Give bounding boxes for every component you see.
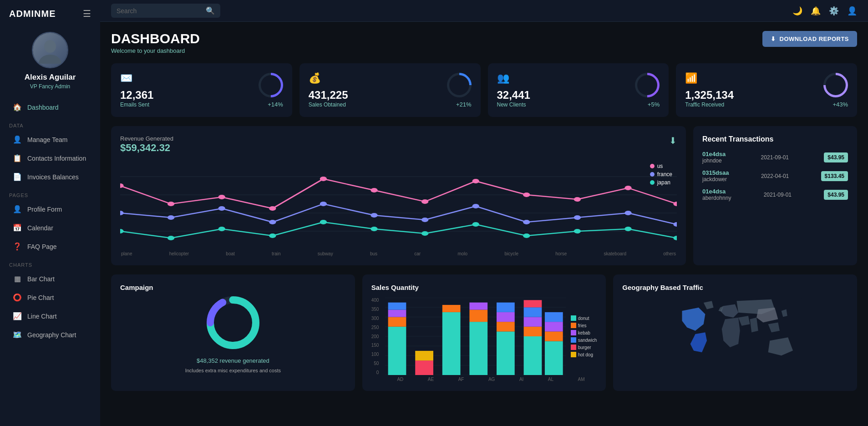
- stat-card-traffic: 📶 1,325,134 Traffic Received +43%: [676, 63, 857, 117]
- svg-point-28: [624, 211, 631, 215]
- line-chart-area: us france japan: [120, 158, 677, 249]
- search-bar[interactable]: 🔍: [111, 4, 220, 18]
- svg-point-0: [44, 40, 56, 53]
- bar-chart-container: [385, 298, 566, 375]
- y-axis: 400 350 300 250 200 150 100 50 0: [371, 298, 381, 375]
- campaign-note: Includes extra misc expenditures and cos…: [185, 368, 281, 373]
- dark-mode-icon[interactable]: 🌙: [792, 6, 802, 16]
- stat-card-emails: ✉️ 12,361 Emails Sent +14%: [111, 63, 292, 117]
- legend-dot-us: [650, 164, 655, 168]
- svg-rect-73: [524, 300, 542, 307]
- sidebar-item-label: Profile Form: [27, 206, 62, 213]
- tx-id: 01e4dsa: [702, 151, 726, 157]
- svg-rect-57: [388, 303, 406, 310]
- campaign-donut: [206, 295, 260, 350]
- tx-user: aberdohnny: [702, 195, 731, 201]
- legend-dot-japan: [650, 180, 655, 185]
- sidebar-item-label: Bar Chart: [27, 275, 55, 283]
- sidebar-item-dashboard[interactable]: 🏠 Dashboard: [4, 98, 96, 116]
- svg-rect-58: [416, 360, 434, 375]
- revenue-card: Revenue Generated $59,342.32 ⬇: [111, 126, 686, 265]
- revenue-line-chart-svg: [120, 158, 677, 249]
- sidebar-item-calendar[interactable]: 📅 Calendar: [4, 219, 96, 237]
- geography-title: Geography Based Traffic: [622, 284, 848, 291]
- svg-rect-54: [388, 327, 406, 375]
- svg-point-38: [523, 233, 530, 238]
- stat-value: 1,325,134: [685, 89, 734, 101]
- svg-rect-66: [497, 322, 515, 331]
- download-reports-button[interactable]: ⬇ DOWNLOAD REPORTS: [762, 31, 857, 47]
- topbar-icons: 🌙 🔔 ⚙️ 👤: [792, 6, 857, 16]
- sales-quantity-title: Sales Quantity: [371, 284, 597, 291]
- sidebar-item-line-chart[interactable]: 📈 Line Chart: [4, 307, 96, 325]
- sidebar-item-faq[interactable]: ❓ FAQ Page: [4, 238, 96, 255]
- transaction-item: 01e4dsa johndoe 2021-09-01 $43.95: [702, 151, 848, 164]
- svg-point-14: [523, 193, 530, 197]
- svg-point-30: [120, 229, 124, 233]
- tx-amount: $43.95: [824, 190, 848, 200]
- tx-amount: $133.45: [821, 171, 848, 181]
- svg-point-9: [269, 206, 276, 211]
- sidebar-item-pie-chart[interactable]: ⭕ Pie Chart: [4, 289, 96, 306]
- sidebar-item-label: Geography Chart: [27, 331, 76, 339]
- settings-icon[interactable]: ⚙️: [829, 6, 839, 16]
- profile-name: Alexis Aguilar: [25, 73, 76, 82]
- svg-point-31: [168, 236, 174, 240]
- search-icon: 🔍: [206, 6, 215, 15]
- search-input[interactable]: [117, 7, 202, 15]
- geography-icon: 🗺️: [13, 330, 22, 339]
- stat-label: Traffic Received: [685, 101, 734, 108]
- svg-point-36: [421, 231, 428, 236]
- svg-point-20: [218, 206, 225, 211]
- svg-rect-64: [470, 303, 488, 310]
- x-axis-labels: plane helicopter boat train subway bus c…: [120, 251, 677, 256]
- svg-point-33: [269, 233, 276, 238]
- sidebar-item-profile-form[interactable]: 👤 Profile Form: [4, 200, 96, 218]
- campaign-donut-wrap: $48,352 revenue generated Includes extra…: [120, 298, 346, 370]
- page-subtitle: Welcome to your dashboard: [111, 47, 200, 54]
- download-icon: ⬇: [771, 36, 776, 42]
- svg-rect-75: [545, 331, 563, 341]
- sidebar-item-bar-chart[interactable]: ▦ Bar Chart: [4, 270, 96, 288]
- sidebar-item-geography-chart[interactable]: 🗺️ Geography Chart: [4, 326, 96, 344]
- transaction-item: 0315dsaa jackdower 2022-04-01 $133.45: [702, 169, 848, 183]
- user-icon[interactable]: 👤: [847, 6, 857, 16]
- campaign-revenue: $48,352 revenue generated: [197, 357, 269, 364]
- svg-point-16: [624, 186, 631, 190]
- faq-icon: ❓: [13, 242, 22, 251]
- svg-rect-69: [524, 336, 542, 375]
- stat-label: Emails Sent: [120, 101, 153, 108]
- geography-card: Geography Based Traffic: [613, 274, 857, 391]
- donut-ring: [442, 67, 476, 102]
- sidebar-item-label: Contacts Information: [27, 155, 86, 162]
- page-title: DASHBOARD: [111, 31, 200, 46]
- legend-label-japan: japan: [657, 179, 670, 186]
- world-map-svg: [622, 298, 848, 370]
- sidebar-item-invoices[interactable]: 📄 Invoices Balances: [4, 168, 96, 186]
- svg-rect-68: [497, 303, 515, 312]
- svg-point-21: [269, 220, 276, 224]
- sidebar-item-contacts[interactable]: 📋 Contacts Information: [4, 149, 96, 167]
- topbar: 🔍 🌙 🔔 ⚙️ 👤: [100, 0, 868, 22]
- hamburger-icon[interactable]: ☰: [83, 8, 91, 19]
- sidebar-item-label: Invoices Balances: [27, 173, 79, 181]
- stat-card-sales: 💰 431,225 Sales Obtained +21%: [299, 63, 481, 117]
- pie-chart-icon: ⭕: [13, 293, 22, 302]
- avatar-image: [33, 32, 67, 68]
- home-icon: 🏠: [13, 103, 22, 112]
- svg-rect-71: [524, 317, 542, 327]
- revenue-download-icon[interactable]: ⬇: [669, 135, 677, 146]
- chart-legend: us france japan: [650, 163, 672, 186]
- sales-icon: 💰: [309, 72, 348, 84]
- tx-user: jackdower: [702, 176, 729, 183]
- sales-quantity-card: Sales Quantity 400 350 300 250 200 150 1…: [362, 274, 606, 391]
- sidebar-item-manage-team[interactable]: 👤 Manage Team: [4, 131, 96, 148]
- bar-chart-icon: ▦: [13, 274, 22, 283]
- notifications-icon[interactable]: 🔔: [811, 6, 821, 16]
- sidebar-profile: Alexis Aguilar VP Fancy Admin: [0, 27, 100, 98]
- campaign-card: Campaign $48,352 revenue generated: [111, 274, 355, 391]
- contacts-icon: 📋: [13, 154, 22, 162]
- sidebar: ADMINME ☰ Alexis Aguilar VP Fancy Admin …: [0, 0, 100, 426]
- svg-point-39: [574, 229, 581, 233]
- svg-point-1: [39, 55, 61, 64]
